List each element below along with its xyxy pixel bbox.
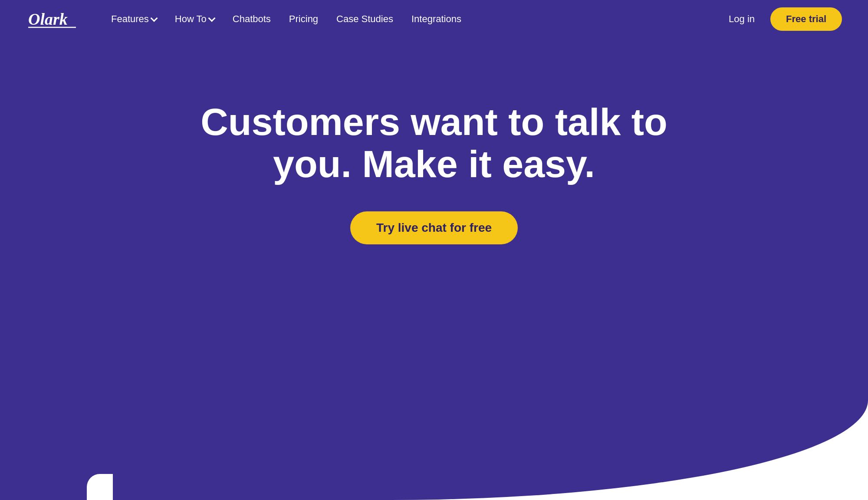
nav-item-pricing[interactable]: Pricing: [282, 10, 325, 28]
chevron-down-icon: [208, 15, 215, 22]
navbar: Olark Features How To Chatbots Pricing C…: [0, 0, 868, 38]
chevron-down-icon: [150, 15, 158, 22]
hero-section: Customers want to talk to you. Make it e…: [0, 38, 868, 400]
nav-right: Log in Free trial: [722, 7, 842, 31]
nav-item-chatbots[interactable]: Chatbots: [226, 10, 278, 28]
bubble-tail-notch: [87, 474, 113, 500]
nav-links: Features How To Chatbots Pricing Case St…: [104, 10, 468, 28]
hero-content: Customers want to talk to you. Make it e…: [0, 38, 868, 342]
bubble-curve-shape: [0, 400, 868, 500]
login-link[interactable]: Log in: [722, 10, 762, 28]
site-logo[interactable]: Olark: [26, 7, 78, 32]
svg-text:Olark: Olark: [28, 10, 68, 28]
free-trial-button[interactable]: Free trial: [770, 7, 842, 31]
nav-item-case-studies[interactable]: Case Studies: [329, 10, 400, 28]
hero-title: Customers want to talk to you. Make it e…: [201, 101, 667, 185]
hero-cta-button[interactable]: Try live chat for free: [350, 211, 518, 244]
nav-item-features[interactable]: Features: [104, 10, 164, 28]
speech-bubble-curve: [0, 400, 868, 500]
nav-item-integrations[interactable]: Integrations: [404, 10, 468, 28]
nav-item-howto[interactable]: How To: [168, 10, 221, 28]
